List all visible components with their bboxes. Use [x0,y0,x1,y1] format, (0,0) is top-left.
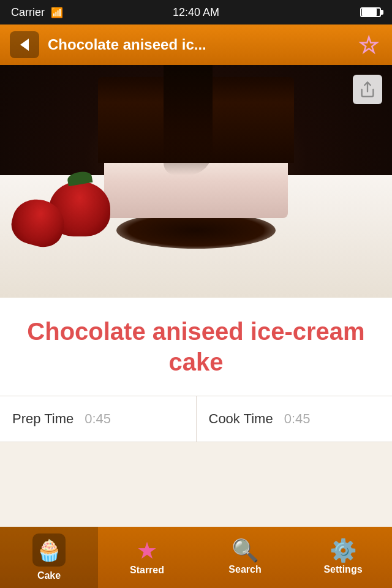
share-icon [359,81,376,98]
prep-time-value: 0:45 [85,411,111,427]
status-bar-right [360,7,381,17]
battery-icon [360,7,381,17]
tab-cake[interactable]: 🧁 Cake [0,527,98,588]
recipe-title-section: Chocolate aniseed ice-cream cake [0,298,392,396]
starred-icon: ★ [137,539,157,562]
cook-time-label: Cook Time [209,411,273,427]
tab-bar: 🧁 Cake ★ Starred 🔍 Search ⚙️ Settings [0,527,392,588]
content-area: Chocolate aniseed ice-cream cake Prep Ti… [0,65,392,527]
recipe-image [0,65,392,298]
status-bar-time: 12:40 AM [173,6,219,19]
tab-search[interactable]: 🔍 Search [196,527,294,588]
back-chevron-icon [20,39,29,51]
prep-time-label: Prep Time [12,411,74,427]
status-bar: Carrier 📶 12:40 AM [0,0,392,24]
cake-tab-bg: 🧁 [32,533,66,567]
tab-settings-label: Settings [323,564,362,575]
tab-starred-label: Starred [130,565,164,576]
cake-visual [0,65,392,298]
nav-bar: Chocolate aniseed ic... ★ [0,24,392,65]
prep-time-block: Prep Time 0:45 [0,396,197,442]
carrier-label: Carrier [11,6,45,19]
battery-fill [362,9,377,16]
back-button[interactable] [10,31,39,58]
settings-icon: ⚙️ [330,540,357,562]
recipe-title: Chocolate aniseed ice-cream cake [12,316,380,377]
nav-title: Chocolate aniseed ic... [48,36,347,53]
star-icon: ★ [360,32,378,57]
cake-icon: 🧁 [36,540,62,560]
favorite-button[interactable]: ★ [355,31,382,58]
cook-time-value: 0:45 [284,411,311,427]
tab-settings[interactable]: ⚙️ Settings [294,527,392,588]
search-icon: 🔍 [232,540,259,562]
status-bar-left: Carrier 📶 [11,6,63,19]
tab-starred[interactable]: ★ Starred [98,527,196,588]
chocolate-drizzle [164,65,213,175]
wifi-icon: 📶 [51,7,63,18]
share-button[interactable] [353,75,382,104]
tab-search-label: Search [228,564,261,575]
image-background [0,65,392,298]
tab-cake-label: Cake [37,570,61,581]
time-section: Prep Time 0:45 Cook Time 0:45 [0,396,392,442]
cook-time-block: Cook Time 0:45 [197,396,393,442]
